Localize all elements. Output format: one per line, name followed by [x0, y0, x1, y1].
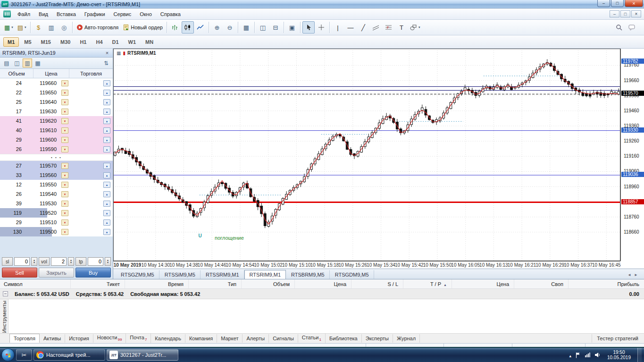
toolbox-tab[interactable]: Новости99: [93, 333, 126, 343]
toolbox-tab[interactable]: Алерты: [243, 334, 269, 343]
toolbox-column-header[interactable]: S / L: [351, 279, 403, 288]
timeframe-m15-button[interactable]: M15: [37, 37, 55, 47]
chart-tab[interactable]: RTSGZM9,M5: [116, 270, 159, 279]
find-symbol-button[interactable]: [613, 21, 625, 34]
quick-sell-button[interactable]: ▾: [61, 163, 68, 169]
toolbox-tab[interactable]: Журнал: [393, 334, 420, 343]
dom-column-header[interactable]: Торговля: [69, 69, 113, 78]
toolbox-column-header[interactable]: Тип: [189, 279, 242, 288]
quick-buy-button[interactable]: ▴: [103, 80, 110, 86]
mdi-close-button[interactable]: [631, 10, 641, 17]
network-icon[interactable]: [585, 352, 591, 358]
quick-buy-button[interactable]: ▴: [103, 118, 110, 124]
price-scale[interactable]: 1197601196601195601194601193601192601191…: [620, 49, 644, 261]
profiles-button[interactable]: ▤▾: [16, 21, 28, 34]
menu-item[interactable]: Вид: [34, 9, 52, 19]
quick-buy-button[interactable]: ▴: [103, 99, 110, 105]
menu-item[interactable]: Вставка: [52, 9, 80, 19]
time-axis[interactable]: 10 May 201910 May 14:3010 May 14:3810 Ma…: [113, 261, 620, 269]
timeframe-m1-button[interactable]: M1: [3, 37, 19, 47]
vol-input[interactable]: 2: [51, 257, 67, 266]
toolbox-column-header[interactable]: Символ: [0, 279, 71, 288]
quick-buy-button[interactable]: ▴: [103, 229, 110, 235]
auto-trading-button[interactable]: Авто-торговля: [75, 21, 121, 34]
toolbox-column-header[interactable]: Тикет: [71, 279, 125, 288]
show-desktop-button[interactable]: [637, 348, 642, 362]
dom-mode-depth-button[interactable]: ▥: [23, 59, 32, 67]
quick-buy-button[interactable]: ▴: [103, 201, 110, 207]
chart-tab[interactable]: RTSRIM9,M1: [244, 270, 286, 279]
quick-buy-button[interactable]: ▴: [103, 163, 110, 169]
chart-tab[interactable]: RTSGDM9,M5: [330, 270, 374, 279]
volume-icon[interactable]: [594, 352, 601, 358]
chat-button[interactable]: [626, 21, 638, 34]
chrome-task-button[interactable]: Настоящий трей...: [33, 349, 105, 361]
timeframe-h4-button[interactable]: H4: [92, 37, 107, 47]
toolbox-column-header[interactable]: Цена: [452, 279, 514, 288]
zoom-in-button[interactable]: ⊕: [211, 21, 223, 34]
cursor-button[interactable]: [302, 21, 315, 34]
navigator-button[interactable]: ◎: [58, 21, 70, 34]
data-window-button[interactable]: ▥: [45, 21, 58, 34]
toolbox-tab[interactable]: История: [65, 334, 93, 343]
quick-sell-button[interactable]: ▾: [61, 109, 68, 115]
dom-mode-chart-button[interactable]: ◫: [12, 59, 22, 67]
trendline-button[interactable]: ╱: [357, 21, 369, 34]
toolbox-column-header[interactable]: Цена: [295, 279, 351, 288]
action-center-flag-icon[interactable]: [575, 352, 581, 358]
quick-buy-button[interactable]: ▴: [103, 137, 110, 143]
quick-sell-button[interactable]: ▾: [61, 146, 68, 152]
quick-sell-button[interactable]: ▾: [61, 210, 68, 216]
quick-sell-button[interactable]: ▾: [61, 80, 68, 86]
menu-item[interactable]: Справка: [156, 9, 185, 19]
quick-buy-button[interactable]: ▴: [103, 191, 110, 197]
quick-buy-button[interactable]: ▴: [103, 172, 110, 178]
quick-buy-button[interactable]: ▴: [103, 182, 110, 188]
collapse-icon[interactable]: [3, 291, 8, 296]
tray-expand-icon[interactable]: [569, 351, 571, 359]
zoom-out-button[interactable]: ⊖: [224, 21, 236, 34]
toolbox-tab[interactable]: Библиотека: [326, 334, 362, 343]
menu-item[interactable]: Сервис: [109, 9, 136, 19]
quick-buy-button[interactable]: ▴: [103, 127, 110, 134]
timeframe-h1-button[interactable]: H1: [75, 37, 91, 47]
close-position-button[interactable]: Закрыть: [39, 268, 74, 278]
dom-filter-button[interactable]: ⇅: [101, 59, 111, 67]
quick-buy-button[interactable]: ▴: [103, 90, 110, 96]
line-chart-button[interactable]: [194, 21, 207, 34]
sl-stepper[interactable]: [31, 257, 37, 266]
vertical-line-button[interactable]: |: [332, 21, 344, 34]
quick-sell-button[interactable]: ▾: [61, 182, 68, 188]
chart-tab[interactable]: RTSSiM9,M5: [159, 270, 201, 279]
market-watch-button[interactable]: $: [33, 21, 45, 34]
toolbox-side-tab[interactable]: Инструменты: [0, 299, 8, 333]
toolbox-tab[interactable]: Почта7: [126, 333, 151, 343]
dom-column-header[interactable]: Объем: [0, 69, 33, 78]
sell-button[interactable]: Sell: [2, 268, 37, 278]
minimize-button[interactable]: [597, 0, 610, 7]
quick-sell-button[interactable]: ▾: [61, 201, 68, 207]
quick-buy-button[interactable]: ▴: [103, 219, 110, 226]
quick-sell-button[interactable]: ▾: [61, 219, 68, 226]
toolbox-tab[interactable]: Компания: [185, 334, 217, 343]
crosshair-button[interactable]: [315, 21, 327, 34]
menu-item[interactable]: Окно: [135, 9, 156, 19]
timeframe-mn-button[interactable]: MN: [141, 37, 158, 47]
dom-mode-table-button[interactable]: ▤: [2, 59, 11, 67]
close-button[interactable]: [625, 0, 643, 7]
quick-sell-button[interactable]: ▾: [61, 137, 68, 143]
tp-input[interactable]: 0: [88, 257, 103, 266]
text-button[interactable]: T: [395, 21, 408, 34]
toolbox-tab[interactable]: Календарь: [151, 334, 185, 343]
chart-tab[interactable]: RTSSRM9,M1: [201, 270, 244, 279]
toolbox-column-header[interactable]: Время: [125, 279, 189, 288]
horizontal-line-button[interactable]: —: [344, 21, 357, 34]
quick-buy-button[interactable]: ▴: [103, 109, 110, 115]
arrange-horizontal-button[interactable]: ⊟: [269, 21, 282, 34]
toolbox-column-header[interactable]: Объем: [242, 279, 295, 288]
toolbox-tab[interactable]: Торговля: [9, 334, 40, 343]
toolbox-tab[interactable]: Статьи1: [298, 333, 326, 343]
timeframe-w1-button[interactable]: W1: [124, 37, 141, 47]
quick-buy-button[interactable]: ▴: [103, 210, 110, 216]
dom-mode-book-button[interactable]: ▦: [33, 59, 42, 67]
